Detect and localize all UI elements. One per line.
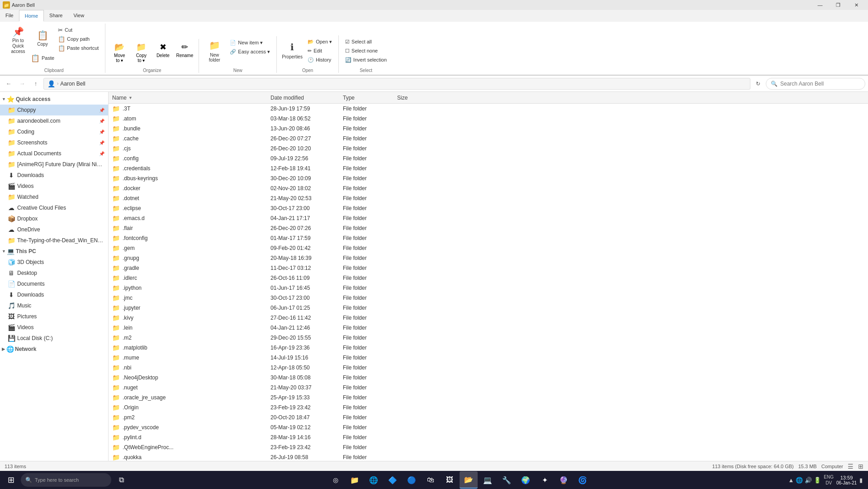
file-row[interactable]: 📁 .lein 04-Jan-21 12:46 File folder: [109, 323, 868, 333]
file-row[interactable]: 📁 .ipython 01-Jun-17 16:45 File folder: [109, 283, 868, 293]
large-icons-view-button[interactable]: ⊞: [858, 463, 863, 470]
select-all-button[interactable]: ☑ Select all: [342, 37, 389, 46]
file-row[interactable]: 📁 .Origin 23-Feb-19 23:42 File folder: [109, 403, 868, 412]
file-row[interactable]: 📁 .cache 26-Dec-20 07:27 File folder: [109, 134, 868, 144]
file-row[interactable]: 📁 .jmc 30-Oct-17 23:00 File folder: [109, 293, 868, 303]
sidebar-item-coding[interactable]: 📁 Coding 📌: [0, 126, 108, 137]
file-row[interactable]: 📁 .pm2 20-Oct-20 18:47 File folder: [109, 412, 868, 422]
delete-button[interactable]: ✖ Delete: [152, 41, 173, 59]
tab-file[interactable]: File: [0, 10, 19, 22]
col-header-size[interactable]: Size: [395, 95, 441, 101]
volume-icon[interactable]: 🔊: [805, 477, 812, 484]
file-row[interactable]: 📁 .QtWebEngineProc... 23-Feb-19 23:42 Fi…: [109, 442, 868, 452]
properties-button[interactable]: ℹ Properties: [280, 37, 304, 63]
sidebar-item-downloads2[interactable]: ⬇ Downloads: [0, 289, 108, 300]
tab-view[interactable]: View: [68, 10, 90, 22]
file-row[interactable]: 📁 .gradle 11-Dec-17 03:12 File folder: [109, 263, 868, 273]
col-header-type[interactable]: Type: [341, 95, 395, 101]
sidebar-item-3dobjects[interactable]: 🧊 3D Objects: [0, 257, 108, 268]
pin-to-quick-access-button[interactable]: 📌 Pin to Quickaccess: [6, 25, 30, 56]
details-view-button[interactable]: ☰: [848, 463, 854, 470]
sidebar-item-local-disk[interactable]: 💾 Local Disk (C:): [0, 333, 108, 344]
file-row[interactable]: 📁 .3T 28-Jun-19 17:59 File folder: [109, 104, 868, 114]
file-row[interactable]: 📁 .bundle 13-Jun-20 08:46 File folder: [109, 124, 868, 134]
cut-button[interactable]: ✂ Cut: [55, 25, 101, 34]
file-row[interactable]: 📁 .eclipse 30-Oct-17 23:00 File folder: [109, 203, 868, 213]
open-button[interactable]: 📂 Open ▾: [305, 37, 335, 46]
taskbar-browser2-button[interactable]: 🌀: [574, 471, 592, 489]
start-button[interactable]: ⊞: [2, 471, 20, 489]
sidebar-item-desktop[interactable]: 🖥 Desktop: [0, 268, 108, 278]
address-path[interactable]: 👤 › Aaron Bell: [43, 78, 750, 90]
maximize-button[interactable]: ❐: [829, 0, 847, 10]
sidebar-item-pictures[interactable]: 🖼 Pictures: [0, 311, 108, 322]
easy-access-button[interactable]: 🔗 Easy access ▾: [227, 47, 273, 56]
file-row[interactable]: 📁 .flair 26-Dec-20 07:26 File folder: [109, 223, 868, 233]
file-row[interactable]: 📁 .mume 14-Jul-19 15:16 File folder: [109, 353, 868, 363]
copy-path-button[interactable]: 📋 Copy path: [55, 34, 101, 43]
taskbar-terminal-button[interactable]: 💻: [479, 471, 497, 489]
sidebar-item-screenshots[interactable]: 📁 Screenshots 📌: [0, 137, 108, 148]
rename-button[interactable]: ✏ Rename: [174, 41, 195, 59]
file-row[interactable]: 📁 .oracle_jre_usage 25-Apr-19 15:33 File…: [109, 393, 868, 403]
back-button[interactable]: ←: [3, 78, 14, 90]
paste-button[interactable]: 📋 Paste: [31, 52, 54, 64]
taskbar-extra3-button[interactable]: 🔮: [555, 471, 573, 489]
file-row[interactable]: 📁 .docker 02-Nov-20 18:02 File folder: [109, 183, 868, 193]
file-row[interactable]: 📁 .dbus-keyrings 30-Dec-20 10:09 File fo…: [109, 173, 868, 183]
taskbar-edge-button[interactable]: 🔷: [384, 471, 402, 489]
new-folder-button[interactable]: 📁 Newfolder: [203, 38, 226, 64]
edit-button[interactable]: ✏ Edit: [305, 46, 335, 55]
file-row[interactable]: 📁 .fontconfig 01-Mar-17 17:59 File folde…: [109, 233, 868, 243]
sidebar-item-downloads[interactable]: ⬇ Downloads: [0, 170, 108, 181]
close-button[interactable]: ✕: [847, 0, 865, 10]
taskbar-up-arrow[interactable]: ▲: [788, 477, 794, 484]
file-row[interactable]: 📁 .jupyter 06-Jun-17 01:25 File folder: [109, 303, 868, 313]
sidebar-item-aarondeobell[interactable]: 📁 aarondeobell.com 📌: [0, 115, 108, 126]
this-pc-header[interactable]: ▼ 💻 This PC: [0, 246, 108, 257]
new-item-button[interactable]: 📄 New item ▾: [227, 38, 273, 47]
history-button[interactable]: 🕐 History: [305, 55, 335, 64]
network-sys-icon[interactable]: 🌐: [796, 477, 803, 484]
show-desktop-button[interactable]: ▮: [859, 477, 863, 484]
sidebar-item-typing[interactable]: 📁 The-Typing-of-the-Dead_Win_EN_RIP-Vers…: [0, 235, 108, 246]
taskbar-ie-button[interactable]: 🔵: [403, 471, 421, 489]
file-row[interactable]: 📁 .emacs.d 04-Jan-21 17:17 File folder: [109, 213, 868, 223]
file-row[interactable]: 📁 .config 09-Jul-19 22:56 File folder: [109, 153, 868, 163]
taskbar-active-button[interactable]: 📂: [460, 471, 478, 489]
tab-share[interactable]: Share: [44, 10, 68, 22]
sidebar-item-actual-documents[interactable]: 📁 Actual Documents 📌: [0, 148, 108, 159]
copy-button[interactable]: 📋 Copy: [31, 25, 54, 52]
file-row[interactable]: 📁 .Neo4jDesktop 30-Mar-18 05:08 File fol…: [109, 373, 868, 383]
taskbar-extra2-button[interactable]: 🌍: [517, 471, 535, 489]
taskbar-photos-button[interactable]: 🖼: [441, 471, 459, 489]
file-row[interactable]: 📁 .gnupg 20-May-18 16:39 File folder: [109, 253, 868, 263]
file-row[interactable]: 📁 .nbi 12-Apr-18 05:50 File folder: [109, 363, 868, 373]
search-input[interactable]: [780, 81, 860, 87]
file-row[interactable]: 📁 .m2 29-Dec-20 15:55 File folder: [109, 333, 868, 343]
minimize-button[interactable]: —: [811, 0, 829, 10]
refresh-button[interactable]: ↻: [752, 78, 764, 90]
invert-selection-button[interactable]: 🔄 Invert selection: [342, 55, 389, 64]
sidebar-item-animerg[interactable]: 📁 [AnimeRG] Future Diary (Mirai Nikki) C…: [0, 159, 108, 170]
battery-icon[interactable]: 🔋: [814, 477, 821, 484]
file-row[interactable]: 📁 .cjs 26-Dec-20 10:20 File folder: [109, 144, 868, 153]
sidebar-item-creative-cloud[interactable]: ☁ Creative Cloud Files: [0, 202, 108, 213]
taskbar-search[interactable]: 🔍 Type here to search: [21, 473, 111, 487]
move-to-button[interactable]: 📂 Moveto ▾: [109, 41, 130, 64]
col-header-date[interactable]: Date modified: [269, 95, 341, 101]
sidebar-item-watched[interactable]: 📁 Watched: [0, 192, 108, 202]
paste-shortcut-button[interactable]: 📋 Paste shortcut: [55, 43, 101, 53]
sidebar-item-music[interactable]: 🎵 Music: [0, 300, 108, 311]
select-none-button[interactable]: ☐ Select none: [342, 46, 389, 55]
network-header[interactable]: ▶ 🌐 Network: [0, 344, 108, 355]
taskbar-extra1-button[interactable]: 🔧: [498, 471, 516, 489]
sidebar-item-choppy[interactable]: 📁 Choppy 📌: [0, 105, 108, 115]
file-row[interactable]: 📁 .credentials 12-Feb-18 19:41 File fold…: [109, 163, 868, 173]
file-row[interactable]: 📁 .pydev_vscode 05-Mar-19 02:12 File fol…: [109, 422, 868, 432]
sidebar-item-videos[interactable]: 🎬 Videos: [0, 181, 108, 192]
taskbar-chrome-button[interactable]: 🌐: [365, 471, 383, 489]
quick-access-header[interactable]: ▼ ⭐ Quick access: [0, 94, 108, 105]
file-row[interactable]: 📁 .atom 03-Mar-18 06:52 File folder: [109, 114, 868, 124]
copy-to-button[interactable]: 📁 Copyto ▾: [131, 41, 152, 64]
